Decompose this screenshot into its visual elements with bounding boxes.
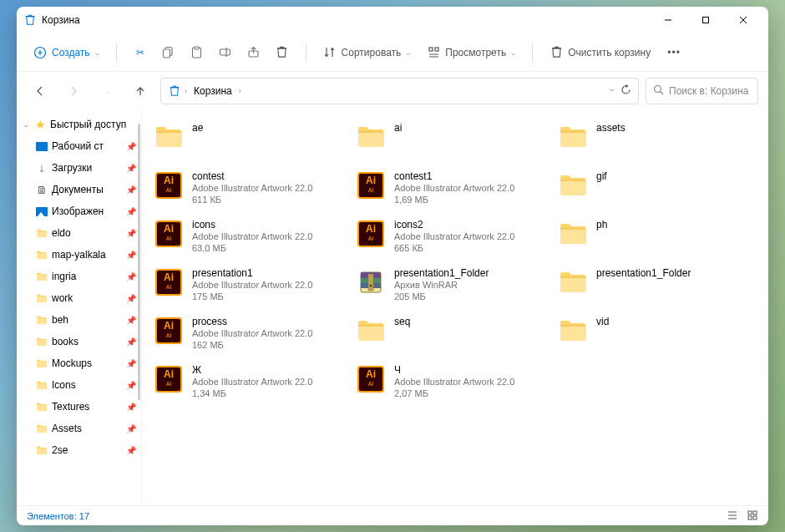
sidebar-item[interactable]: Рабочий ст📌 (17, 135, 141, 157)
share-button[interactable] (241, 39, 267, 66)
back-button[interactable] (27, 78, 53, 104)
item-count: Элементов: 17 (27, 511, 89, 521)
file-size: 175 МБ (192, 291, 312, 302)
more-button[interactable]: ••• (661, 39, 687, 66)
file-size: 63,0 МБ (192, 242, 312, 254)
file-item[interactable]: AiAIcontest1Adobe Illustrator Artwork 22… (354, 169, 556, 204)
file-item[interactable]: AiAIЧAdobe Illustrator Artwork 22.02,07 … (354, 362, 556, 398)
file-item[interactable]: ph (556, 217, 758, 252)
file-item[interactable]: assets (556, 120, 758, 155)
scrollbar[interactable] (138, 124, 140, 400)
sidebar-item-label: Рабочий ст (52, 140, 123, 152)
file-type: Adobe Illustrator Artwork 22.0 (192, 182, 312, 194)
sidebar-item[interactable]: Изображен📌 (17, 200, 141, 222)
svg-rect-29 (748, 511, 752, 514)
sidebar-item-label: books (52, 336, 123, 347)
sidebar-item[interactable]: beh📌 (17, 309, 141, 331)
sidebar-item[interactable]: eldo📌 (17, 222, 141, 244)
paste-button[interactable] (184, 39, 210, 66)
copy-button[interactable] (155, 39, 182, 66)
close-button[interactable] (724, 7, 762, 33)
svg-rect-14 (164, 49, 170, 58)
sidebar-item[interactable]: work📌 (17, 287, 141, 309)
window-title: Корзина (42, 14, 649, 26)
breadcrumb-segment[interactable]: Корзина (190, 84, 236, 99)
sidebar-item[interactable]: Textures📌 (17, 396, 141, 418)
pin-icon: 📌 (126, 424, 136, 433)
forward-button[interactable] (60, 78, 87, 104)
empty-recycle-button[interactable]: Очистить корзину (543, 39, 657, 66)
file-item[interactable]: AiAIprocessAdobe Illustrator Artwork 22.… (152, 314, 354, 349)
sidebar-item[interactable]: Icons📌 (17, 374, 141, 396)
file-item[interactable]: seq (354, 314, 556, 349)
sidebar-item[interactable]: books📌 (17, 331, 141, 352)
maximize-button[interactable] (686, 7, 724, 33)
sort-button[interactable]: Сортировать ⌵ (317, 39, 418, 66)
sidebar-item-label: eldo (52, 227, 123, 239)
recent-button[interactable]: ⌵ (94, 78, 120, 104)
sidebar-item-label: Mockups (52, 357, 123, 369)
file-size: 162 МБ (192, 339, 312, 351)
chevron-down-icon[interactable]: ⌵ (610, 84, 614, 98)
folder-icon (36, 272, 48, 281)
file-size: 205 МБ (394, 291, 489, 302)
file-item[interactable]: presentation1_Folder (556, 266, 758, 301)
trash-icon (276, 46, 289, 59)
refresh-button[interactable] (620, 84, 631, 98)
svg-rect-16 (195, 47, 199, 49)
file-item[interactable]: ae (152, 120, 354, 155)
file-item[interactable]: vid (556, 314, 758, 349)
file-item[interactable]: ai (354, 120, 556, 155)
trash-icon (550, 46, 563, 59)
sidebar-item[interactable]: Mockups📌 (17, 352, 141, 374)
file-item[interactable]: AiAIicons2Adobe Illustrator Artwork 22.0… (354, 217, 556, 252)
rename-button[interactable] (212, 39, 239, 66)
delete-button[interactable] (269, 39, 296, 66)
svg-rect-30 (753, 511, 757, 514)
file-name: Ж (192, 364, 312, 376)
cut-button[interactable]: ✂ (127, 39, 154, 66)
folder-icon (36, 403, 48, 412)
folder-icon (559, 271, 587, 294)
sidebar-item[interactable]: 2se📌 (17, 439, 141, 461)
file-item[interactable]: AiAIЖAdobe Illustrator Artwork 22.01,34 … (152, 362, 354, 398)
file-type: Adobe Illustrator Artwork 22.0 (394, 376, 514, 388)
file-item[interactable]: gif (556, 169, 758, 204)
file-type: Adobe Illustrator Artwork 22.0 (192, 279, 312, 291)
sidebar-item[interactable]: map-yalkala📌 (17, 244, 141, 266)
sidebar-item[interactable]: Assets📌 (17, 418, 141, 439)
up-button[interactable] (127, 78, 154, 104)
sidebar-item-label: Assets (52, 423, 123, 434)
file-name: assets (596, 122, 625, 134)
chevron-down-icon: ⌵ (95, 48, 99, 57)
sidebar-item-label: Документы (52, 184, 123, 195)
view-button[interactable]: Просмотреть ⌵ (420, 39, 522, 66)
create-button[interactable]: Создать ⌵ (27, 39, 106, 66)
file-pane[interactable]: aeaiassetsAiAIcontestAdobe Illustrator A… (142, 110, 768, 505)
file-item[interactable]: presentation1_FolderАрхив WinRAR205 МБ (354, 266, 556, 301)
search-box[interactable]: Поиск в: Корзина (646, 78, 758, 104)
sidebar-item[interactable]: ingria📌 (17, 266, 141, 287)
sidebar-item[interactable]: ↓Загрузки📌 (17, 157, 141, 179)
svg-rect-20 (429, 48, 433, 51)
folder-icon (36, 229, 48, 238)
file-item[interactable]: AiAIiconsAdobe Illustrator Artwork 22.06… (152, 217, 354, 252)
sidebar-quick-access[interactable]: ⌵ ★ Быстрый доступ (17, 114, 141, 135)
pin-icon: 📌 (126, 294, 136, 303)
chevron-down-icon: ⌵ (406, 48, 410, 57)
details-view-button[interactable] (727, 509, 738, 523)
file-type: Adobe Illustrator Artwork 22.0 (192, 327, 312, 339)
create-label: Создать (52, 47, 90, 58)
address-bar[interactable]: › Корзина › ⌵ (160, 78, 639, 104)
ai-file-icon: AiAI (155, 366, 182, 393)
pin-icon: 📌 (126, 337, 136, 347)
minimize-button[interactable] (649, 7, 686, 33)
ai-file-icon: AiAI (357, 172, 384, 199)
file-item[interactable]: AiAIcontestAdobe Illustrator Artwork 22.… (152, 169, 354, 204)
icons-view-button[interactable] (747, 509, 758, 523)
file-size: 611 КБ (192, 194, 312, 205)
file-item[interactable]: AiAIpresentation1Adobe Illustrator Artwo… (152, 266, 354, 301)
pin-icon: 📌 (126, 229, 136, 238)
sidebar-item[interactable]: 🗎Документы📌 (17, 179, 141, 200)
file-name: Ч (394, 364, 514, 376)
